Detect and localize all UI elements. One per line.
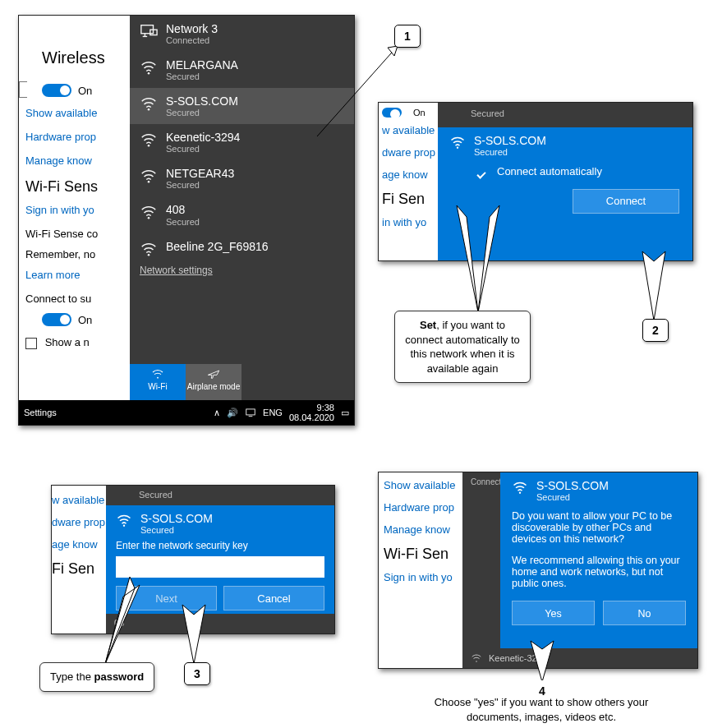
tray-network-icon[interactable] <box>245 407 256 418</box>
password-prompt: Enter the network security key <box>116 540 324 551</box>
connect-button[interactable]: Connect <box>573 189 679 214</box>
wifi-icon <box>140 94 158 113</box>
wifi-item-beeline[interactable]: Beeline 2G_F69816 <box>130 233 354 260</box>
wifi-name: Beeline 2G_F69816 <box>166 240 269 253</box>
cancel-button[interactable]: Cancel <box>223 586 324 611</box>
connect-automatically-row[interactable]: Connect automatically <box>477 165 679 177</box>
connect-suc-text: Connect to su <box>25 293 130 305</box>
wifi-name: MELARGANA <box>166 58 238 71</box>
link-show-available[interactable]: w available <box>52 494 106 506</box>
wifi-icon <box>140 203 158 221</box>
network-settings-link[interactable]: Network settings <box>130 260 354 281</box>
callout-set-auto: Set, if you want to connect automaticall… <box>394 311 531 383</box>
yes-button[interactable]: Yes <box>512 601 595 625</box>
network-name: S-SOLS.COM <box>536 479 609 492</box>
prev-item-secured: Secured <box>106 486 334 505</box>
tray-clock[interactable]: 9:38 08.04.2020 <box>289 403 334 422</box>
callout-type-pre: Type the <box>50 670 94 683</box>
taskbar: Settings ∧ 🔊 ENG 9:38 08.04.2020 ▭ <box>19 400 354 425</box>
link-sign-in[interactable]: Sign in with yo <box>384 571 462 583</box>
link-hardware-properties[interactable]: dware prop <box>382 146 438 159</box>
search-box-fragment[interactable] <box>19 81 27 98</box>
airplane-icon <box>205 367 222 380</box>
link-learn-more[interactable]: Learn more <box>25 269 130 281</box>
wifi-toggle[interactable] <box>42 84 71 97</box>
tile-wifi-label: Wi-Fi <box>130 382 186 391</box>
callout-choose-yes: Choose "yes" if you want to show others … <box>417 695 665 724</box>
svg-point-8 <box>148 218 150 220</box>
network-name: S-SOLS.COM <box>140 512 213 525</box>
link-sign-in[interactable]: Sign in with yo <box>25 204 130 216</box>
show-notif-checkbox[interactable] <box>25 338 37 349</box>
wifi-secured: Secured <box>166 71 238 81</box>
network-secured: Secured <box>474 147 546 157</box>
link-show-available[interactable]: Show available <box>384 479 462 491</box>
svg-point-4 <box>148 72 150 75</box>
network-secured: Secured <box>140 525 213 535</box>
callout-pointer-1 <box>312 43 411 141</box>
svg-marker-17 <box>642 251 665 320</box>
flyout-peek: Connect <box>462 472 500 668</box>
wifi-item-408[interactable]: 408Secured <box>130 196 354 233</box>
wifi-sense-heading: Fi Sen <box>382 191 438 208</box>
wifi-icon <box>512 479 528 495</box>
svg-point-7 <box>148 181 150 183</box>
network-name: S-SOLS.COM <box>474 134 546 147</box>
wifi-toggle-label: On <box>78 85 92 97</box>
tray-volume-icon[interactable]: 🔊 <box>227 408 238 418</box>
link-manage-known[interactable]: age know <box>52 538 106 551</box>
step-number-2: 2 <box>642 319 669 342</box>
checkmark-icon <box>477 166 489 177</box>
step-number-3: 3 <box>184 662 210 685</box>
svg-rect-11 <box>246 409 255 415</box>
link-hardware-properties[interactable]: Hardware prop <box>384 501 462 514</box>
callout-set-bold: Set <box>420 319 436 331</box>
link-manage-known[interactable]: Manage know <box>25 154 130 167</box>
wifi-secured: Secured <box>166 144 240 154</box>
discoverable-panel: S-SOLS.COM Secured Do you want to allow … <box>500 472 697 648</box>
mini-connect-label: Connect <box>471 477 501 486</box>
svg-marker-14 <box>388 46 398 56</box>
link-hardware-properties[interactable]: Hardware prop <box>25 131 130 143</box>
settings-left-column: Wireless On Show available Hardware prop… <box>19 16 130 425</box>
callout-type-bold: password <box>94 670 144 683</box>
svg-point-10 <box>157 377 159 379</box>
wifi-name: NETGEAR43 <box>166 167 234 180</box>
wifi-icon <box>140 58 158 76</box>
wifi-icon <box>150 367 166 380</box>
system-tray: ∧ 🔊 ENG 9:38 08.04.2020 ▭ <box>214 403 349 422</box>
link-show-available[interactable]: Show available <box>25 107 130 119</box>
link-sign-in[interactable]: in with yo <box>382 216 438 228</box>
callout-pointer-password <box>99 574 148 666</box>
link-hardware-properties[interactable]: dware prop <box>52 516 106 528</box>
suggested-toggle[interactable] <box>42 313 71 326</box>
wifi-icon <box>140 167 158 185</box>
tile-wifi[interactable]: Wi-Fi <box>130 364 186 400</box>
wifi-sense-text: Wi-Fi Sense co <box>25 228 130 240</box>
wifi-name: S-SOLS.COM <box>166 94 238 108</box>
ethernet-status: Connected <box>166 35 218 45</box>
svg-point-9 <box>148 254 150 256</box>
tray-chevron-icon[interactable]: ∧ <box>214 408 220 418</box>
tile-airplane[interactable]: Airplane mode <box>186 364 242 400</box>
svg-marker-19 <box>105 577 140 664</box>
show-notif-label: Show a n <box>45 336 90 348</box>
connect-automatically-label: Connect automatically <box>497 165 602 177</box>
ethernet-name: Network 3 <box>166 22 218 35</box>
show-notif-row[interactable]: Show a n <box>25 336 130 349</box>
tray-date: 08.04.2020 <box>289 412 334 422</box>
svg-marker-24 <box>531 641 554 682</box>
link-manage-known[interactable]: age know <box>382 168 438 181</box>
network-secured: Secured <box>536 492 609 502</box>
no-button[interactable]: No <box>603 601 686 625</box>
tray-lang[interactable]: ENG <box>263 408 283 417</box>
step-number-1: 1 <box>394 25 421 48</box>
link-manage-known[interactable]: Manage know <box>384 523 462 536</box>
callout-pointer-3 <box>177 601 210 666</box>
taskbar-settings[interactable]: Settings <box>24 408 57 417</box>
tray-notifications-icon[interactable]: ▭ <box>341 408 349 418</box>
wifi-sense-heading: Wi-Fi Sens <box>25 178 130 196</box>
wifi-item-netgear[interactable]: NETGEAR43Secured <box>130 160 354 196</box>
remember-text: Remember, no <box>25 248 130 260</box>
panel-1-network-flyout: Wireless On Show available Hardware prop… <box>18 15 355 426</box>
